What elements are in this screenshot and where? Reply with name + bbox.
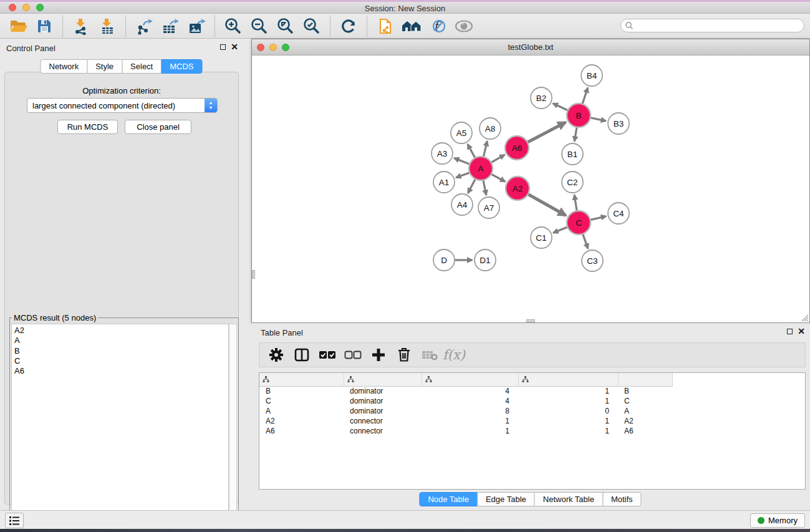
graph-edge-A-A1[interactable]	[456, 173, 470, 178]
tab-motifs[interactable]: Motifs	[602, 492, 642, 506]
column-header-name[interactable]	[618, 373, 672, 386]
network-canvas[interactable]: AA1A2A3A4A5A6A7A8BB1B2B3B4CC1C2C3C4DD1	[252, 56, 809, 322]
table-cell[interactable]: B	[259, 386, 344, 396]
table-mode-gear-button[interactable]	[264, 345, 287, 365]
graph-node-A2[interactable]: A2	[506, 177, 529, 200]
graph-node-A5[interactable]: A5	[451, 122, 472, 143]
bottom-scrollbar-grip[interactable]	[526, 319, 535, 322]
graph-edge-A-A6[interactable]	[491, 155, 505, 162]
column-header-shared-name[interactable]	[259, 373, 344, 386]
graph-node-B3[interactable]: B3	[608, 113, 629, 134]
tab-mcds[interactable]: MCDS	[161, 59, 202, 74]
export-image-button[interactable]	[183, 16, 210, 37]
tab-select[interactable]: Select	[122, 59, 162, 74]
sort-tree-icon[interactable]	[263, 376, 269, 383]
table-cell[interactable]: 8	[422, 406, 518, 416]
table-cell[interactable]: 1	[422, 416, 518, 426]
table-cell[interactable]: 1	[518, 396, 618, 406]
graph-node-A1[interactable]: A1	[433, 172, 455, 193]
graph-edge-A-A3[interactable]	[454, 158, 470, 164]
table-cell[interactable]: 0	[518, 406, 618, 416]
graph-node-D[interactable]: D	[433, 249, 455, 271]
graph-node-A[interactable]: A	[469, 157, 493, 180]
table-cell[interactable]: dominator	[344, 386, 422, 396]
resize-corner-icon[interactable]	[800, 313, 809, 322]
add-column-button[interactable]	[367, 345, 390, 365]
table-cell[interactable]: connector	[344, 426, 422, 436]
node-table-container[interactable]: Bdominator41BCdominator41CAdominator80AA…	[259, 372, 806, 490]
tab-node-table[interactable]: Node Table	[419, 492, 478, 506]
delete-column-button[interactable]	[392, 345, 415, 365]
network-close-traffic-light[interactable]	[257, 44, 264, 51]
open-session-button[interactable]	[5, 16, 31, 37]
left-scrollbar-grip[interactable]	[252, 270, 255, 279]
graph-node-A7[interactable]: A7	[478, 197, 499, 218]
close-panel-button[interactable]: Close panel	[125, 120, 191, 134]
mcds-result-item[interactable]: A6	[14, 366, 228, 376]
table-row[interactable]: Adominator80A	[259, 406, 673, 416]
zoom-out-button[interactable]	[246, 16, 272, 37]
network-graph[interactable]: AA1A2A3A4A5A6A7A8BB1B2B3B4CC1C2C3C4DD1	[252, 56, 809, 322]
mcds-result-item[interactable]: A2	[14, 326, 228, 336]
graph-node-C3[interactable]: C3	[582, 250, 603, 271]
graph-node-A8[interactable]: A8	[480, 118, 501, 139]
graph-edge-A6-B[interactable]	[528, 122, 566, 142]
import-network-button[interactable]	[68, 16, 94, 37]
graph-node-B[interactable]: B	[567, 104, 591, 127]
mcds-list-scrollbar[interactable]	[229, 324, 237, 530]
table-cell[interactable]: 4	[422, 386, 518, 396]
mcds-result-item[interactable]: B	[14, 346, 228, 356]
graph-edge-C-C1[interactable]	[553, 227, 567, 233]
deselect-all-button[interactable]	[341, 345, 364, 365]
graph-edge-A-A7[interactable]	[483, 180, 486, 195]
import-table-button[interactable]	[94, 16, 120, 37]
save-session-button[interactable]	[31, 16, 57, 37]
column-header-successor-nodes[interactable]	[422, 373, 518, 386]
graph-edge-C-C4[interactable]	[590, 216, 605, 220]
table-cell[interactable]: dominator	[344, 396, 422, 406]
run-mcds-button[interactable]: Run MCDS	[57, 120, 118, 134]
tab-network[interactable]: Network	[40, 59, 87, 74]
mcds-result-item[interactable]: A	[14, 336, 228, 346]
graph-edge-B-B2[interactable]	[553, 104, 568, 110]
table-row[interactable]: A6connector11A6	[259, 426, 673, 436]
sort-tree-icon[interactable]	[522, 376, 529, 383]
hide-analysis-button[interactable]: f	[425, 16, 451, 37]
graph-edge-A-A5[interactable]	[468, 144, 475, 158]
table-row[interactable]: Bdominator41B	[259, 386, 673, 396]
graph-node-A3[interactable]: A3	[432, 143, 453, 164]
search-box[interactable]	[620, 19, 804, 32]
tab-network-table[interactable]: Network Table	[534, 492, 603, 506]
table-cell[interactable]: A2	[259, 416, 344, 426]
table-cell[interactable]: A6	[259, 426, 344, 436]
search-input[interactable]	[634, 21, 793, 31]
graph-edge-C-C3[interactable]	[582, 234, 588, 249]
table-cell[interactable]: C	[259, 396, 344, 406]
refresh-view-button[interactable]	[335, 16, 362, 37]
network-zoom-traffic-light[interactable]	[282, 44, 289, 51]
column-header-predecessor-nodes[interactable]	[518, 373, 618, 386]
graph-node-B1[interactable]: B1	[562, 143, 583, 165]
table-cell[interactable]: A6	[618, 426, 672, 436]
table-cell[interactable]: A	[618, 406, 672, 416]
float-table-panel-icon[interactable]	[787, 329, 793, 334]
table-cell[interactable]: connector	[344, 416, 422, 426]
table-cell[interactable]: 4	[422, 396, 518, 406]
graph-node-B4[interactable]: B4	[581, 65, 602, 86]
graph-edge-A2-C[interactable]	[528, 194, 566, 215]
graph-edge-B-B4[interactable]	[582, 88, 588, 104]
close-table-panel-icon[interactable]: ✕	[798, 328, 805, 334]
graph-node-C2[interactable]: C2	[562, 172, 583, 193]
table-cell[interactable]: A2	[618, 416, 672, 426]
table-cell[interactable]: 1	[518, 426, 618, 436]
table-cell[interactable]: A	[259, 406, 344, 416]
graph-node-C[interactable]: C	[567, 211, 591, 235]
graph-node-A4[interactable]: A4	[451, 194, 473, 215]
graph-edge-B-B3[interactable]	[591, 118, 606, 121]
graph-node-B2[interactable]: B2	[531, 87, 552, 109]
new-network-from-selection-button[interactable]	[372, 16, 398, 37]
zoom-in-button[interactable]	[220, 16, 246, 37]
select-all-button[interactable]	[316, 345, 339, 365]
task-history-button[interactable]	[5, 513, 24, 528]
table-cell[interactable]: B	[618, 386, 672, 396]
